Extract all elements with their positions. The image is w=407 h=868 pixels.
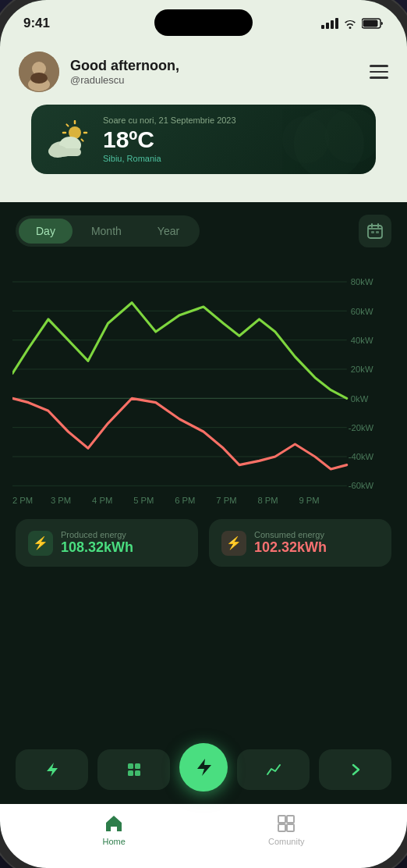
svg-rect-54 <box>278 816 285 823</box>
svg-line-14 <box>66 124 68 126</box>
svg-rect-56 <box>278 824 285 831</box>
weather-section-bg: Soare cu nori, 21 Septembrie 2023 18ºC S… <box>0 105 407 202</box>
period-tabs-row: Day Month Year <box>16 202 391 257</box>
nav-community[interactable]: Comunity <box>268 813 304 846</box>
svg-rect-53 <box>135 770 140 776</box>
svg-text:80kW: 80kW <box>351 277 373 286</box>
home-icon <box>104 813 124 834</box>
avatar <box>19 52 59 92</box>
produced-value: 108.32kWh <box>61 539 133 556</box>
phone-screen: 9:41 <box>0 0 407 868</box>
header-left: Good afternoon, @radulescu <box>19 52 179 92</box>
status-time: 9:41 <box>23 16 50 31</box>
weather-card: Soare cu nori, 21 Septembrie 2023 18ºC S… <box>31 105 376 174</box>
svg-rect-51 <box>135 763 140 769</box>
hamburger-menu-button[interactable] <box>370 65 388 79</box>
svg-rect-55 <box>287 816 294 823</box>
battery-icon <box>362 18 384 29</box>
energy-cards: ⚡ Produced energy 108.32kWh ⚡ Consumed e… <box>16 519 391 567</box>
svg-rect-19 <box>50 148 81 156</box>
greeting-text: Good afternoon, <box>70 58 179 74</box>
nav-home[interactable]: Home <box>103 813 126 846</box>
community-label: Comunity <box>268 837 304 846</box>
consumed-value: 102.32kWh <box>254 539 327 556</box>
tab-year[interactable]: Year <box>140 219 196 244</box>
svg-text:6 PM: 6 PM <box>175 496 195 505</box>
consumed-label: Consumed energy <box>254 530 327 539</box>
fab-bolt-icon <box>193 756 214 778</box>
svg-rect-20 <box>368 226 382 238</box>
weather-icon-area <box>47 120 92 159</box>
dynamic-island <box>154 9 253 36</box>
quick-action-left[interactable] <box>16 749 88 790</box>
quick-action-right-2[interactable] <box>319 749 391 790</box>
svg-text:60kW: 60kW <box>351 306 373 315</box>
svg-point-8 <box>282 116 329 163</box>
tab-month[interactable]: Month <box>74 219 139 244</box>
svg-rect-25 <box>376 231 379 233</box>
svg-text:0kW: 0kW <box>351 393 369 403</box>
svg-text:9 PM: 9 PM <box>299 496 320 505</box>
quick-action-middle[interactable] <box>97 749 170 790</box>
bolt-left-icon <box>44 761 61 778</box>
svg-rect-1 <box>363 20 378 27</box>
consumed-bolt-icon: ⚡ <box>221 531 246 556</box>
produced-bolt-icon: ⚡ <box>28 531 53 556</box>
calendar-button[interactable] <box>359 215 391 247</box>
svg-rect-52 <box>128 770 133 776</box>
header-text: Good afternoon, @radulescu <box>70 58 179 86</box>
svg-text:20kW: 20kW <box>351 365 373 374</box>
quick-action-right-1[interactable] <box>237 749 310 790</box>
panel-icon <box>126 762 142 777</box>
phone-shell: 9:41 <box>0 0 407 868</box>
wifi-icon <box>343 18 357 29</box>
calendar-icon <box>366 222 384 240</box>
chart-icon <box>265 761 282 778</box>
svg-text:7 PM: 7 PM <box>216 496 236 505</box>
svg-text:4 PM: 4 PM <box>92 496 112 505</box>
svg-text:-60kW: -60kW <box>349 480 374 489</box>
bottom-nav-area: Home Comunity <box>0 738 407 868</box>
svg-line-15 <box>82 139 83 141</box>
chart-container: 80kW 60kW 40kW 20kW 0kW -20kW -40kW -60k… <box>12 257 395 507</box>
energy-chart: 80kW 60kW 40kW 20kW 0kW -20kW -40kW -60k… <box>12 257 395 507</box>
header-section: Good afternoon, @radulescu <box>0 42 407 106</box>
svg-point-5 <box>30 73 48 84</box>
username-text: @radulescu <box>70 74 179 86</box>
svg-text:40kW: 40kW <box>351 336 373 345</box>
quick-actions <box>0 738 407 798</box>
svg-rect-24 <box>371 231 374 233</box>
svg-text:5 PM: 5 PM <box>133 496 154 505</box>
consumed-energy-info: Consumed energy 102.32kWh <box>254 530 327 556</box>
main-area: Day Month Year <box>0 202 407 567</box>
consumed-energy-card: ⚡ Consumed energy 102.32kWh <box>209 519 391 567</box>
produced-energy-card: ⚡ Produced energy 108.32kWh <box>16 519 198 567</box>
chevron-right-icon <box>347 761 364 778</box>
produced-energy-info: Produced energy 108.32kWh <box>61 530 133 556</box>
svg-text:2 PM: 2 PM <box>12 496 33 505</box>
community-icon <box>276 813 296 834</box>
svg-rect-57 <box>287 824 294 831</box>
svg-text:-20kW: -20kW <box>349 423 374 432</box>
cloud-sun-icon <box>47 120 92 159</box>
tab-day[interactable]: Day <box>19 219 73 244</box>
home-label: Home <box>103 837 126 846</box>
fab-energy-button[interactable] <box>179 743 228 792</box>
signal-bars-icon <box>321 18 338 29</box>
period-tabs: Day Month Year <box>16 215 200 247</box>
svg-text:8 PM: 8 PM <box>257 496 278 505</box>
svg-text:-40kW: -40kW <box>349 452 374 461</box>
produced-label: Produced energy <box>61 530 133 539</box>
status-icons <box>321 18 384 29</box>
svg-rect-50 <box>128 763 133 769</box>
bottom-nav: Home Comunity <box>0 804 407 868</box>
weather-bg-decoration <box>274 105 376 174</box>
svg-text:3 PM: 3 PM <box>51 496 71 505</box>
